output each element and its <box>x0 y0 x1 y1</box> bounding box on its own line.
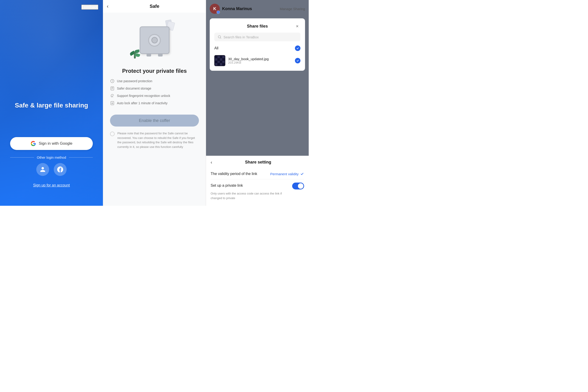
private-link-row: Set up a private link <box>210 179 304 191</box>
user-initials: K <box>214 6 216 11</box>
share-top-header: K P Konna Marinus Manage Sharing <box>210 4 305 14</box>
plant-decoration <box>134 52 136 58</box>
share-setting-back-button[interactable]: ‹ <box>210 160 212 165</box>
file-item-row[interactable]: 30_day_book_updated.jpg 203.29KB <box>214 55 300 66</box>
vault-dial-inner <box>151 37 158 44</box>
user-info: K P Konna Marinus <box>210 4 252 14</box>
private-link-info: Set up a private link <box>210 182 243 188</box>
all-label: All <box>214 46 218 50</box>
vault-leg-left <box>146 54 151 56</box>
feedback-button[interactable]: Feedback <box>81 4 98 10</box>
thumb-cell <box>220 58 222 61</box>
all-files-row[interactable]: All <box>214 44 300 52</box>
google-icon <box>30 141 36 146</box>
file-info: 30_day_book_updated.jpg 203.29KB <box>228 57 292 64</box>
share-files-dialog: Share files × Search files in TeraBox Al… <box>210 18 305 71</box>
search-placeholder-text: Search files in TeraBox <box>224 35 259 39</box>
manage-sharing-button[interactable]: Manage Sharing <box>280 7 305 11</box>
enable-coffer-button[interactable]: Enable the coffer <box>110 114 199 126</box>
other-login-divider: Other login method <box>10 156 93 159</box>
feature-item-1: Use password protection <box>110 79 199 83</box>
notice-radio[interactable] <box>110 132 114 136</box>
plant-leaf-2 <box>134 53 140 58</box>
share-files-title: Share files <box>221 24 294 29</box>
thumb-cell <box>222 58 225 61</box>
thumb-cell <box>220 56 222 58</box>
svg-point-4 <box>218 36 221 38</box>
share-files-close-button[interactable]: × <box>294 23 300 30</box>
file-search-bar[interactable]: Search files in TeraBox <box>214 32 300 41</box>
divider-right <box>69 157 93 158</box>
user-avatar: K P <box>210 4 220 14</box>
thumb-cell <box>218 63 220 66</box>
file-thumbnail <box>214 55 225 66</box>
feature-label-2: Safer document storage <box>117 86 151 90</box>
svg-rect-2 <box>111 102 114 105</box>
all-checked-icon <box>295 46 300 51</box>
feature-item-4: Auto lock after 1 minute of inactivity <box>110 101 199 106</box>
safe-notice-text: Please note that the password for the Sa… <box>117 131 199 149</box>
thumb-cell <box>222 63 225 66</box>
validity-label: The validity period of the link <box>210 172 257 176</box>
thumb-cell <box>215 56 217 58</box>
login-content-area: Sign in with Google Other login method S… <box>0 137 103 188</box>
thumb-cell <box>218 56 220 58</box>
share-panel: K P Konna Marinus Manage Sharing Share f… <box>206 0 309 206</box>
feature-label-4: Auto lock after 1 minute of inactivity <box>117 101 168 105</box>
vault-legs <box>143 54 166 56</box>
file-name: 30_day_book_updated.jpg <box>228 57 292 61</box>
vault-leg-right <box>158 54 162 56</box>
google-signin-button[interactable]: Sign in with Google <box>10 137 93 150</box>
svg-rect-1 <box>111 87 114 90</box>
google-signin-label: Sign in with Google <box>39 141 72 146</box>
password-icon <box>110 79 114 83</box>
alternative-login-row <box>36 163 66 176</box>
private-link-label: Set up a private link <box>210 182 243 188</box>
share-setting-title: Share setting <box>212 160 304 165</box>
thumb-cell <box>220 61 222 63</box>
safe-notice: Please note that the password for the Sa… <box>103 131 206 149</box>
feature-label-1: Use password protection <box>117 79 152 83</box>
safe-headline: Protect your private files <box>122 68 187 74</box>
validity-period-row[interactable]: The validity period of the link Permanen… <box>210 168 304 179</box>
fingerprint-icon <box>110 94 114 98</box>
signup-link[interactable]: Sign up for an account <box>33 183 70 188</box>
feature-label-3: Support fingerprint recognition unlock <box>117 94 170 98</box>
safe-illustration <box>132 20 178 61</box>
share-top-area: K P Konna Marinus Manage Sharing Share f… <box>206 0 309 156</box>
validity-check-icon <box>300 172 304 176</box>
toggle-thumb <box>298 183 304 189</box>
validity-value-text: Permanent validity <box>270 172 298 176</box>
facebook-login-button[interactable] <box>54 163 66 176</box>
thumb-cell <box>222 61 225 63</box>
checkmark-icon <box>296 46 299 50</box>
feature-item-3: Support fingerprint recognition unlock <box>110 94 199 98</box>
vault-body <box>140 26 170 54</box>
private-link-toggle[interactable] <box>292 182 304 190</box>
user-avatar-badge: P <box>216 10 220 14</box>
person-login-button[interactable] <box>36 163 49 176</box>
validity-value-area: Permanent validity <box>270 172 304 176</box>
divider-left <box>10 157 34 158</box>
person-icon <box>40 166 46 172</box>
facebook-icon <box>57 166 63 172</box>
feature-item-2: Safer document storage <box>110 86 199 91</box>
safe-panel: ‹ Safe Protect your private file <box>103 0 206 206</box>
other-login-text: Other login method <box>37 156 66 159</box>
share-files-header: Share files × <box>214 23 300 30</box>
file-checked-icon <box>295 58 300 64</box>
autolock-icon <box>110 101 114 106</box>
thumb-cell <box>215 58 217 61</box>
share-setting-header: ‹ Share setting <box>210 156 304 168</box>
plant-stem <box>134 52 136 58</box>
document-icon <box>110 86 114 91</box>
safe-header: ‹ Safe <box>103 0 206 13</box>
thumb-cell <box>215 63 217 66</box>
private-link-description: Only users with the access code can acce… <box>210 191 290 200</box>
safe-back-button[interactable]: ‹ <box>107 4 108 10</box>
thumb-cell <box>218 61 220 63</box>
file-size: 203.29KB <box>228 61 292 64</box>
file-checkmark-icon <box>296 59 299 62</box>
login-headline: Safe & large file sharing <box>15 101 88 110</box>
svg-point-3 <box>112 103 113 104</box>
